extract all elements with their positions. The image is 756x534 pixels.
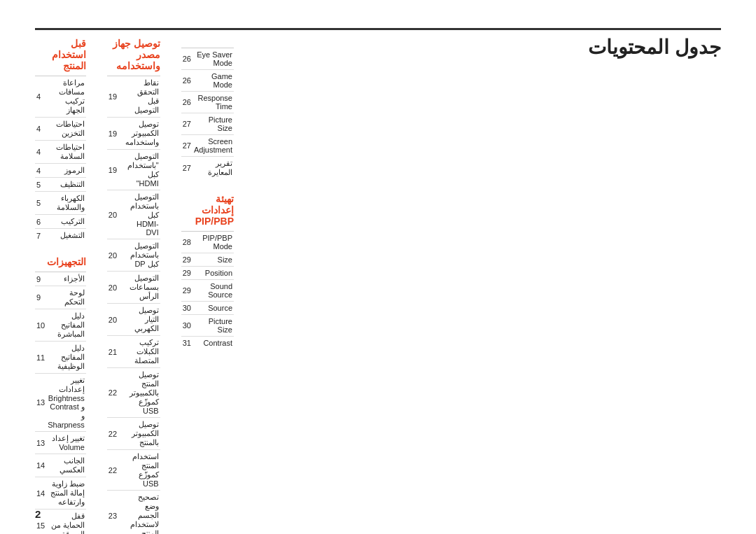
table-row: 5التنظيف bbox=[35, 178, 86, 192]
table-row: 20التوصيل باستخدام كبل DP bbox=[107, 239, 160, 272]
section-before-use: قبل استخدام المنتج 4مراعاة مسافات تركيب … bbox=[35, 38, 86, 242]
table-row: 27Screen Adjustment bbox=[181, 135, 234, 157]
table-row: 7التشغيل bbox=[35, 229, 86, 243]
table-row: 20توصيل التيار الكهربي bbox=[107, 304, 160, 336]
col-mid: توصيل جهاز مصدر واستخدامه 19نقاط التحقق … bbox=[107, 35, 160, 534]
table-row: 4احتياطات التخزين bbox=[35, 118, 86, 141]
section-top-rows: 26Eye Saver Mode 26Game Mode 26Response … bbox=[181, 35, 234, 179]
table-row: 22استخدام المنتج كموزّع USB bbox=[107, 450, 160, 491]
table-row: 22توصيل الكمبيوتر بالمنتج bbox=[107, 418, 160, 450]
table-row: 9الأجزاء bbox=[35, 272, 86, 286]
table-row: 15قفل الحماية من السرقة bbox=[35, 510, 86, 535]
table-row: 20التوصيل باستخدام كبل HDMI-DVI bbox=[107, 190, 160, 239]
table-row: 13تغيير إعداد Volume bbox=[35, 432, 86, 454]
table-row: 29Position bbox=[181, 267, 234, 280]
table-connect: 19نقاط التحقق قبل التوصيل 19توصيل الكمبي… bbox=[107, 76, 160, 534]
table-row: 28PIP/PBP Mode bbox=[181, 232, 234, 253]
table-row: 26Eye Saver Mode bbox=[181, 48, 234, 70]
table-row: 13تغيير إعدادات Brightness و Contrast و … bbox=[35, 374, 86, 432]
table-row: 29Size bbox=[181, 253, 234, 267]
section-connect-device: توصيل جهاز مصدر واستخدامه 19نقاط التحقق … bbox=[107, 38, 160, 534]
table-row: 26Response Time bbox=[181, 92, 234, 113]
table-row: 19التوصيل "باستخدام كبل HDMI" bbox=[107, 150, 160, 190]
table-row: 27Picture Size bbox=[181, 113, 234, 135]
section-equipment: التجهيزات 9الأجزاء 9لوحة التحكم 10دليل ا… bbox=[35, 256, 86, 534]
table-row: 14ضبط زاوية إمالة المنتج وارتفاعه bbox=[35, 477, 86, 510]
page: جدول المحتويات قبل استخدام المنتج 4مراعا… bbox=[0, 0, 756, 534]
table-row: 19نقاط التحقق قبل التوصيل bbox=[107, 76, 160, 118]
section-header-equipment: التجهيزات bbox=[35, 256, 86, 267]
table-row: 14الجانب العكسي bbox=[35, 454, 86, 477]
table-row: 4مراعاة مسافات تركيب الجهاز bbox=[35, 76, 86, 118]
table-row: 11دليل المفاتيح الوظيفية bbox=[35, 342, 86, 374]
table-before-use: 4مراعاة مسافات تركيب الجهاز 4احتياطات ال… bbox=[35, 76, 86, 242]
section-header-before-use: قبل استخدام المنتج bbox=[35, 38, 86, 71]
table-row: 19توصيل الكمبيوتر واستخدامه bbox=[107, 118, 160, 150]
table-row: 4الرموز bbox=[35, 164, 86, 178]
col-right: قبل استخدام المنتج 4مراعاة مسافات تركيب … bbox=[35, 35, 86, 534]
table-row: 9لوحة التحكم bbox=[35, 286, 86, 309]
table-row: 10دليل المفاتيح المباشرة bbox=[35, 309, 86, 342]
table-row: 23تصحيح وضع الجسم لاستخدام المنتج bbox=[107, 491, 160, 535]
section-pip-pbp: تهيئة إعدادات PIP/PBP 28PIP/PBP Mode 29S… bbox=[181, 193, 234, 349]
table-pip: 28PIP/PBP Mode 29Size 29Position 29Sound… bbox=[181, 231, 234, 349]
section-header-pip: تهيئة إعدادات PIP/PBP bbox=[181, 193, 234, 227]
section-header-connect: توصيل جهاز مصدر واستخدامه bbox=[107, 38, 160, 71]
table-row: 20التوصيل بسماعات الرأس bbox=[107, 272, 160, 304]
table-row: 6التركيب bbox=[35, 215, 86, 229]
table-row: 29Sound Source bbox=[181, 280, 234, 302]
table-top: 26Eye Saver Mode 26Game Mode 26Response … bbox=[181, 48, 234, 179]
table-equipment: 9الأجزاء 9لوحة التحكم 10دليل المفاتيح ال… bbox=[35, 272, 86, 534]
table-row: 31Contrast bbox=[181, 337, 234, 350]
table-row: 22توصيل المنتج بالكمبيوتر كموزّع USB bbox=[107, 368, 160, 418]
table-row: 4احتياطات السلامة bbox=[35, 141, 86, 164]
col-left: 26Eye Saver Mode 26Game Mode 26Response … bbox=[181, 35, 234, 534]
table-row: 5الكهرباء والسلامة bbox=[35, 192, 86, 215]
table-row: 30Source bbox=[181, 302, 234, 315]
table-row: 27تقرير المعايرة bbox=[181, 157, 234, 180]
table-row: 30Picture Size bbox=[181, 315, 234, 337]
table-row: 26Game Mode bbox=[181, 70, 234, 92]
page-number: 2 bbox=[35, 508, 41, 520]
table-row: 21تركيب الكبلات المتصلة bbox=[107, 336, 160, 368]
